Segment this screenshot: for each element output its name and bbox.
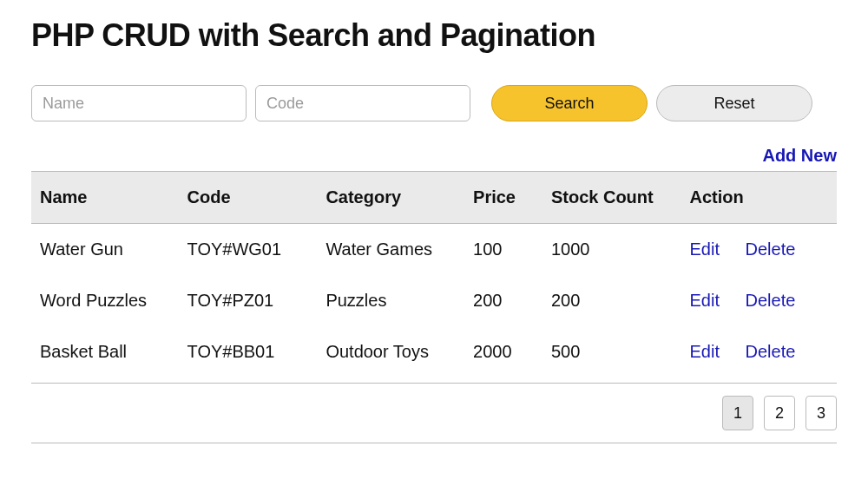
table-header-row: Name Code Category Price Stock Count Act… [31,172,837,224]
table-row: Basket Ball TOY#BB01 Outdoor Toys 2000 5… [31,326,837,377]
cell-price: 2000 [464,326,542,377]
edit-link[interactable]: Edit [689,291,719,310]
cell-action: Edit Delete [681,224,837,276]
cell-category: Water Games [317,224,464,276]
pagination: 1 2 3 [31,383,837,443]
col-header-code: Code [179,172,318,224]
code-input[interactable] [255,85,470,121]
table-row: Word Puzzles TOY#PZ01 Puzzles 200 200 Ed… [31,275,837,326]
data-table: Name Code Category Price Stock Count Act… [31,171,837,377]
cell-price: 100 [464,224,542,276]
col-header-category: Category [317,172,464,224]
edit-link[interactable]: Edit [689,240,719,259]
cell-action: Edit Delete [681,275,837,326]
delete-link[interactable]: Delete [746,240,796,259]
name-input[interactable] [31,85,247,121]
table-row: Water Gun TOY#WG01 Water Games 100 1000 … [31,224,837,276]
col-header-name: Name [31,172,179,224]
page-button-1[interactable]: 1 [722,396,753,430]
cell-price: 200 [464,275,542,326]
delete-link[interactable]: Delete [746,291,796,310]
add-new-link[interactable]: Add New [762,146,837,165]
page-button-2[interactable]: 2 [764,396,795,430]
col-header-action: Action [681,172,837,224]
cell-name: Word Puzzles [31,275,179,326]
cell-name: Basket Ball [31,326,179,377]
edit-link[interactable]: Edit [689,342,719,361]
cell-code: TOY#BB01 [179,326,318,377]
page-title: PHP CRUD with Search and Pagination [31,17,837,54]
col-header-stock: Stock Count [542,172,681,224]
reset-button[interactable]: Reset [656,85,812,121]
search-button[interactable]: Search [491,85,648,121]
cell-category: Puzzles [317,275,464,326]
cell-stock: 1000 [542,224,681,276]
cell-name: Water Gun [31,224,179,276]
cell-stock: 500 [542,326,681,377]
page-button-3[interactable]: 3 [806,396,837,430]
cell-code: TOY#WG01 [179,224,318,276]
delete-link[interactable]: Delete [746,342,796,361]
cell-category: Outdoor Toys [317,326,464,377]
add-new-row: Add New [31,146,837,166]
col-header-price: Price [464,172,542,224]
cell-code: TOY#PZ01 [179,275,318,326]
cell-action: Edit Delete [681,326,837,377]
search-form: Search Reset [31,85,837,121]
cell-stock: 200 [542,275,681,326]
